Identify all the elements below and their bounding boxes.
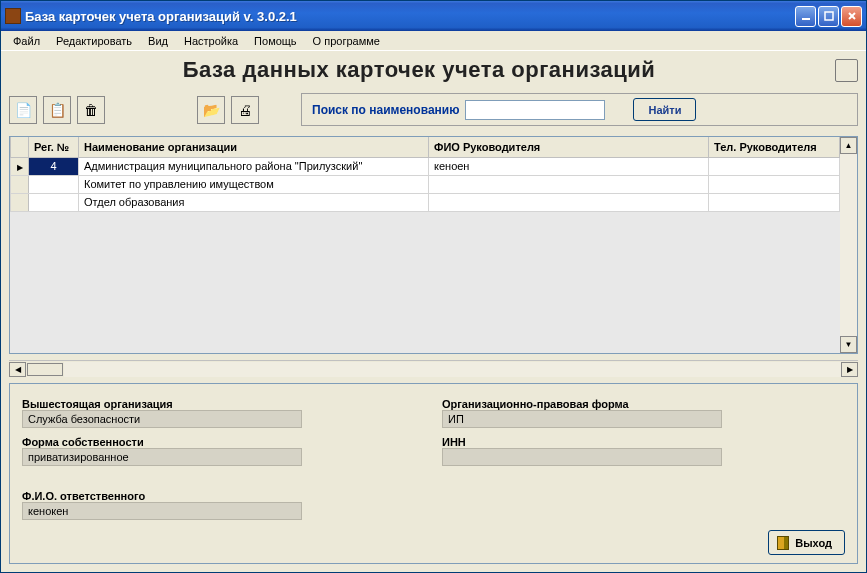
svg-rect-1 bbox=[825, 12, 833, 20]
cell-reg[interactable] bbox=[29, 193, 79, 211]
menu-settings[interactable]: Настройка bbox=[176, 33, 246, 49]
new-card-icon: 📄 bbox=[15, 102, 32, 118]
exit-icon bbox=[777, 536, 789, 550]
search-button[interactable]: Найти bbox=[633, 98, 696, 121]
open-card-button[interactable]: 📂 bbox=[197, 96, 225, 124]
vertical-scrollbar[interactable]: ▲ ▼ bbox=[840, 137, 857, 353]
minimize-button[interactable] bbox=[795, 6, 816, 27]
ownership-label: Форма собственности bbox=[22, 436, 402, 448]
table-row[interactable]: Отдел образования bbox=[11, 193, 840, 211]
row-indicator bbox=[11, 175, 29, 193]
app-window: База карточек учета организаций v. 3.0.2… bbox=[0, 0, 867, 573]
menu-edit[interactable]: Редактировать bbox=[48, 33, 140, 49]
menubar: Файл Редактировать Вид Настройка Помощь … bbox=[1, 31, 866, 51]
menu-view[interactable]: Вид bbox=[140, 33, 176, 49]
open-card-icon: 📂 bbox=[203, 102, 220, 118]
titlebar: База карточек учета организаций v. 3.0.2… bbox=[1, 1, 866, 31]
close-button[interactable] bbox=[841, 6, 862, 27]
cell-tel[interactable] bbox=[709, 193, 840, 211]
row-indicator bbox=[11, 157, 29, 175]
print-card-button[interactable]: 🖨 bbox=[231, 96, 259, 124]
search-panel: Поиск по наименованию Найти bbox=[301, 93, 858, 126]
search-input[interactable] bbox=[465, 100, 605, 120]
inn-value bbox=[442, 448, 722, 466]
cell-name[interactable]: Отдел образования bbox=[79, 193, 429, 211]
col-fio[interactable]: ФИО Руководителя bbox=[429, 137, 709, 157]
new-card-button[interactable]: 📄 bbox=[9, 96, 37, 124]
col-name[interactable]: Наименование организации bbox=[79, 137, 429, 157]
cell-fio[interactable] bbox=[429, 193, 709, 211]
legal-form-value: ИП bbox=[442, 410, 722, 428]
cell-tel[interactable] bbox=[709, 157, 840, 175]
parent-org-value: Служба безопасности bbox=[22, 410, 302, 428]
copy-card-icon: 📋 bbox=[49, 102, 66, 118]
scroll-left-icon[interactable]: ◀ bbox=[9, 362, 26, 377]
window-title: База карточек учета организаций v. 3.0.2… bbox=[25, 9, 795, 24]
row-indicator bbox=[11, 193, 29, 211]
inn-label: ИНН bbox=[442, 436, 822, 448]
cell-reg[interactable] bbox=[29, 175, 79, 193]
search-label: Поиск по наименованию bbox=[312, 103, 459, 117]
toolbar: 📄 📋 🗑 📂 🖨 Поиск по наименованию Найти bbox=[9, 89, 858, 130]
content-area: База данных карточек учета организаций 📄… bbox=[1, 51, 866, 572]
app-icon bbox=[5, 8, 21, 24]
cell-fio[interactable]: кеноен bbox=[429, 157, 709, 175]
panel-toggle-button[interactable] bbox=[835, 59, 858, 82]
menu-about[interactable]: О программе bbox=[305, 33, 388, 49]
responsible-label: Ф.И.О. ответственного bbox=[22, 490, 845, 502]
scroll-up-icon[interactable]: ▲ bbox=[840, 137, 857, 154]
cell-name[interactable]: Администрация муниципального района "При… bbox=[79, 157, 429, 175]
scroll-right-icon[interactable]: ▶ bbox=[841, 362, 858, 377]
grid-scroll-area[interactable]: Рег. № Наименование организации ФИО Руко… bbox=[10, 137, 840, 353]
cell-reg[interactable]: 4 bbox=[29, 157, 79, 175]
horizontal-scrollbar[interactable]: ◀ ▶ bbox=[9, 360, 858, 377]
ownership-value: приватизированное bbox=[22, 448, 302, 466]
maximize-button[interactable] bbox=[818, 6, 839, 27]
table-row[interactable]: Комитет по управлению имуществом bbox=[11, 175, 840, 193]
parent-org-label: Вышестоящая организация bbox=[22, 398, 402, 410]
details-panel: Вышестоящая организация Служба безопасно… bbox=[9, 383, 858, 564]
table-row[interactable]: 4Администрация муниципального района "Пр… bbox=[11, 157, 840, 175]
cell-fio[interactable] bbox=[429, 175, 709, 193]
print-card-icon: 🖨 bbox=[238, 102, 252, 118]
col-indicator bbox=[11, 137, 29, 157]
copy-card-button[interactable]: 📋 bbox=[43, 96, 71, 124]
responsible-value: кенокен bbox=[22, 502, 302, 520]
page-title: База данных карточек учета организаций bbox=[9, 57, 829, 83]
delete-card-button[interactable]: 🗑 bbox=[77, 96, 105, 124]
cell-name[interactable]: Комитет по управлению имуществом bbox=[79, 175, 429, 193]
org-table: Рег. № Наименование организации ФИО Руко… bbox=[10, 137, 840, 212]
grid-panel: Рег. № Наименование организации ФИО Руко… bbox=[9, 136, 858, 354]
col-tel[interactable]: Тел. Руководителя bbox=[709, 137, 840, 157]
delete-card-icon: 🗑 bbox=[84, 102, 98, 118]
legal-form-label: Организационно-правовая форма bbox=[442, 398, 822, 410]
svg-rect-0 bbox=[802, 18, 810, 20]
scroll-down-icon[interactable]: ▼ bbox=[840, 336, 857, 353]
menu-help[interactable]: Помощь bbox=[246, 33, 305, 49]
cell-tel[interactable] bbox=[709, 175, 840, 193]
col-reg[interactable]: Рег. № bbox=[29, 137, 79, 157]
menu-file[interactable]: Файл bbox=[5, 33, 48, 49]
scroll-thumb[interactable] bbox=[27, 363, 63, 376]
exit-button[interactable]: Выход bbox=[768, 530, 845, 555]
